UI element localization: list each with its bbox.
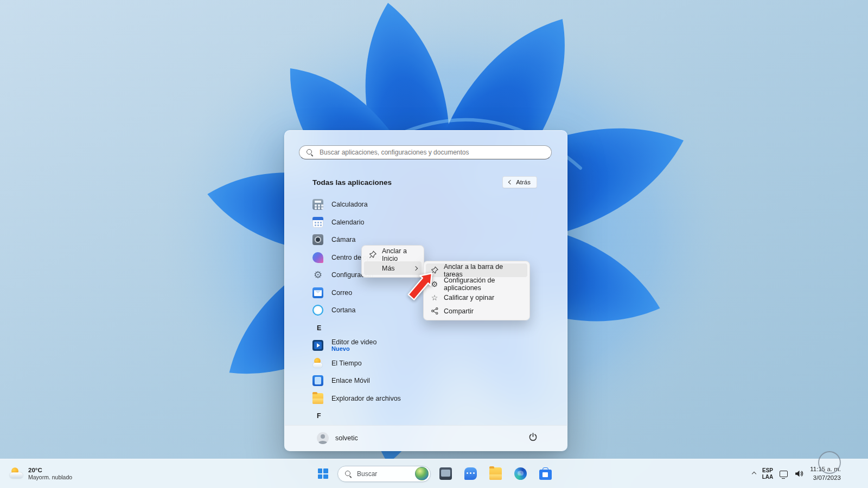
- submenu-item-calificar-y-opinar[interactable]: ☆ Calificar y opinar: [426, 291, 527, 304]
- keyboard-layout-code: LAA: [762, 474, 774, 480]
- start-search-input[interactable]: [318, 148, 545, 157]
- clock-date: 3/07/2023: [813, 474, 841, 483]
- submenu-item-anclar-barra-tareas[interactable]: Anclar a la barra de tareas: [426, 264, 527, 277]
- taskbar-app-edge[interactable]: [510, 463, 531, 485]
- dark-window-icon: [439, 467, 452, 480]
- app-item-explorador-de-archivos[interactable]: Explorador de archivos: [312, 390, 545, 408]
- chat-icon: [464, 467, 477, 480]
- app-label: El Tiempo: [331, 359, 362, 367]
- section-letter-label: F: [317, 412, 321, 420]
- network-display-icon[interactable]: [780, 471, 788, 477]
- mail-icon: [312, 287, 323, 298]
- taskbar-center: Buscar: [312, 459, 556, 488]
- app-item-camara[interactable]: Cámara: [312, 231, 545, 249]
- language-code: ESP: [762, 467, 773, 474]
- app-item-editor-de-video[interactable]: Editor de video Nuevo: [312, 337, 545, 355]
- taskbar-app-chat[interactable]: [460, 463, 481, 485]
- app-item-el-tiempo[interactable]: El Tiempo: [312, 355, 545, 373]
- camera-icon: [312, 234, 323, 245]
- power-button[interactable]: [525, 429, 541, 447]
- menu-item-label: Configuración de aplicaciones: [444, 277, 523, 292]
- app-item-calendario[interactable]: Calendario: [312, 214, 545, 232]
- app-label: Calendario: [331, 219, 364, 226]
- phone-link-icon: [312, 375, 323, 386]
- app-item-enlace-movil[interactable]: Enlace Móvil: [312, 372, 545, 390]
- windows-logo-icon: [318, 468, 328, 479]
- weather-temperature: 20°C: [28, 466, 72, 474]
- context-submenu: Anclar a la barra de tareas ⚙ Configurac…: [423, 261, 530, 320]
- search-icon: [306, 149, 314, 156]
- menu-item-anclar-a-inicio[interactable]: Anclar a Inicio: [364, 248, 422, 261]
- edge-browser-icon: [514, 467, 527, 480]
- cortana-icon: [312, 305, 323, 316]
- weather-app-icon: [312, 358, 323, 369]
- search-highlight-image[interactable]: [415, 467, 429, 480]
- all-apps-header: Todas las aplicaciones Atrás: [312, 176, 537, 188]
- chevron-left-icon: [508, 180, 513, 184]
- weather-widget[interactable]: 20°C Mayorm. nublado: [5, 464, 76, 484]
- power-icon: [528, 433, 538, 442]
- submenu-item-compartir[interactable]: Compartir: [426, 304, 527, 318]
- back-button-label: Atrás: [516, 179, 531, 185]
- app-label: Calculadora: [331, 201, 368, 208]
- all-apps-title: Todas las aplicaciones: [312, 178, 392, 187]
- weather-condition: Mayorm. nublado: [28, 474, 72, 481]
- tray-overflow-chevron-icon[interactable]: [752, 471, 756, 476]
- taskbar-app-store[interactable]: [535, 463, 556, 485]
- user-avatar[interactable]: [317, 432, 329, 444]
- menu-item-label: Anclar a la barra de tareas: [444, 263, 523, 278]
- microsoft-store-icon: [539, 470, 552, 480]
- menu-item-label: Compartir: [444, 307, 523, 315]
- cursor-highlight-ring: [818, 451, 841, 474]
- volume-icon[interactable]: [794, 469, 803, 478]
- start-menu-user-bar: solvetic: [285, 425, 567, 451]
- video-editor-icon: [312, 340, 323, 351]
- menu-item-label: Calificar y opinar: [444, 294, 523, 301]
- app-item-calculadora[interactable]: Calculadora: [312, 196, 545, 214]
- section-letter-f[interactable]: F: [312, 407, 545, 425]
- search-icon: [344, 470, 352, 478]
- app-label: Cámara: [331, 236, 355, 243]
- menu-item-label: Anclar a Inicio: [382, 247, 417, 262]
- start-button[interactable]: [312, 463, 333, 485]
- feedback-hub-icon: [312, 252, 323, 263]
- taskbar-search-box[interactable]: Buscar: [337, 466, 431, 482]
- section-letter-e[interactable]: E: [312, 319, 545, 337]
- taskbar: 20°C Mayorm. nublado Buscar: [0, 459, 868, 488]
- back-button[interactable]: Atrás: [502, 176, 537, 188]
- calendar-icon: [312, 217, 323, 228]
- taskbar-search-label: Buscar: [357, 470, 410, 478]
- weather-cloud-icon: [10, 468, 24, 480]
- folder-icon: [489, 467, 502, 480]
- app-label: Cortana: [331, 306, 355, 314]
- pin-icon: [368, 251, 377, 259]
- calculator-icon: [312, 199, 323, 210]
- desktop: Todas las aplicaciones Atrás Calculadora…: [0, 0, 868, 488]
- taskbar-app-dark-window[interactable]: [435, 463, 456, 485]
- settings-gear-icon: ⚙: [312, 269, 323, 280]
- file-explorer-icon: [312, 393, 323, 404]
- share-icon: [430, 307, 439, 316]
- app-label: Enlace Móvil: [331, 377, 370, 384]
- start-search-box[interactable]: [299, 145, 552, 159]
- red-annotation-arrow: [404, 269, 437, 304]
- user-name[interactable]: solvetic: [335, 434, 358, 442]
- language-indicator[interactable]: ESP LAA: [762, 467, 774, 480]
- new-badge: Nuevo: [331, 346, 376, 352]
- submenu-item-configuracion-aplicaciones[interactable]: ⚙ Configuración de aplicaciones: [426, 277, 527, 291]
- taskbar-app-file-explorer[interactable]: [485, 463, 506, 485]
- app-label: Correo: [331, 289, 352, 297]
- app-label: Explorador de archivos: [331, 395, 401, 402]
- section-letter-label: E: [317, 324, 321, 332]
